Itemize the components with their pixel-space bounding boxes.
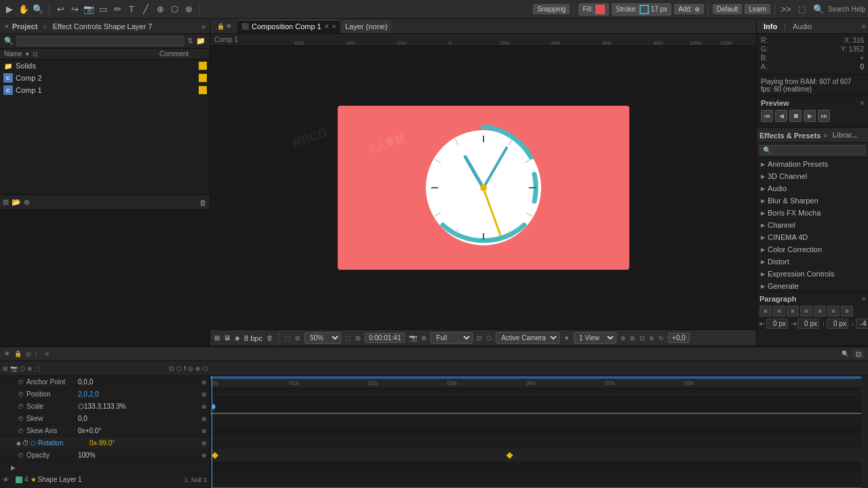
delete-icon[interactable]: 🗑 — [199, 199, 207, 207]
tl-effect-icon[interactable]: f — [184, 365, 186, 372]
position-link-icon[interactable]: ⊕ — [201, 391, 207, 398]
camera-select[interactable]: Active Camera — [496, 332, 559, 344]
close-project-icon[interactable]: ✕ — [4, 23, 9, 30]
stroke-color-box[interactable] — [639, 5, 649, 14]
bit-depth-label[interactable]: 8 bpc — [244, 334, 262, 342]
region-icon[interactable]: ⬚ — [285, 335, 291, 342]
transparency-icon[interactable]: ⊞ — [295, 335, 300, 342]
rect-tool[interactable]: ▭ — [96, 3, 110, 16]
effects-item[interactable]: ▶Expression Controls — [757, 268, 868, 280]
project-item-comp2[interactable]: C Comp 2 — [0, 72, 210, 84]
justify-all-button[interactable]: ≡ — [841, 306, 853, 317]
zoom-tool[interactable]: 🔍 — [31, 3, 45, 16]
render-icon[interactable]: 🖥 — [224, 334, 231, 342]
text-tool[interactable]: T — [125, 3, 138, 16]
tab-close-icon[interactable]: ✕ — [324, 23, 330, 30]
effects-item[interactable]: ▶Distort — [757, 256, 868, 268]
tl-search-icon[interactable]: 🔍 — [842, 350, 849, 357]
redo-tool[interactable]: ↪ — [68, 3, 81, 16]
view-icon[interactable]: 👁 — [226, 23, 232, 30]
add-control[interactable]: Add: ⊕ — [674, 4, 704, 14]
view-more-icon[interactable]: ⊕ — [620, 335, 626, 342]
tab-info[interactable]: Info — [760, 22, 781, 31]
paragraph-menu-icon[interactable]: ≡ — [862, 296, 865, 302]
tl-null-icon[interactable]: ⊕ — [27, 365, 33, 372]
project-item-solids[interactable]: 📁 Solids — [0, 60, 210, 72]
info-menu-icon[interactable]: ≡ — [862, 23, 865, 30]
tl-solo-icon[interactable]: ◎ — [26, 350, 31, 357]
prev-end-button[interactable]: ⏭ — [818, 110, 830, 122]
preview-menu-icon[interactable]: ≡ — [861, 100, 864, 106]
tl-lock-icon[interactable]: 🔒 — [14, 350, 22, 357]
align-right-button[interactable]: ≡ — [787, 306, 799, 317]
stroke-control[interactable]: Stroke: 17 px — [612, 3, 671, 16]
pen-tool[interactable]: ✏ — [111, 3, 124, 16]
indent-right-input[interactable] — [797, 319, 819, 329]
ruler-icon[interactable]: ⬚ — [345, 335, 351, 342]
tl-frame-blend-icon[interactable]: ⊕ — [195, 365, 201, 372]
tl-mode-icon[interactable]: ⊡ — [169, 365, 174, 372]
opacity-link-icon[interactable]: ⊕ — [201, 452, 207, 459]
effects-item[interactable]: ▶3D Channel — [757, 170, 868, 182]
render-queue-icon[interactable]: ⊡ — [639, 335, 645, 342]
paint-tool[interactable]: ⬡ — [167, 3, 181, 16]
ep-menu-icon[interactable]: ≡ — [824, 132, 827, 139]
prev-stop-button[interactable]: ⏹ — [789, 110, 802, 122]
expand-icon[interactable]: ⬚ — [795, 3, 809, 16]
view-select[interactable]: 1 View2 Views4 Views — [574, 332, 616, 344]
scale-link-icon[interactable]: ⊕ — [201, 403, 207, 410]
keyframe-left-icon[interactable]: ◆ — [16, 440, 21, 447]
zoom-select[interactable]: 50%100%25% — [304, 332, 341, 344]
clone-tool[interactable]: ⊗ — [182, 3, 195, 16]
sort-icon[interactable]: ⇅ — [187, 37, 193, 45]
effects-item[interactable]: ▶Channel — [757, 219, 868, 231]
effects-item[interactable]: ▶CINEMA 4D — [757, 231, 868, 243]
selection-tool[interactable]: ▶ — [3, 3, 16, 16]
grid-icon[interactable]: ⊞ — [355, 335, 361, 342]
work-area-bar[interactable] — [210, 376, 868, 379]
skew-link-icon[interactable]: ⊕ — [201, 415, 207, 422]
search-icon[interactable]: 🔍 — [812, 3, 825, 16]
rotation-keyframe-start[interactable] — [212, 452, 218, 459]
effects-item[interactable]: ▶Animation Presets — [757, 158, 868, 170]
justify-left-button[interactable]: ≡ — [800, 306, 812, 317]
space-after-input[interactable] — [856, 319, 868, 329]
folder-icon[interactable]: 📁 — [196, 37, 205, 45]
stereo-icon[interactable]: ⊡ — [477, 335, 482, 342]
tl-motion-blur-icon[interactable]: ◎ — [188, 365, 193, 372]
hand-tool[interactable]: ✋ — [17, 3, 31, 16]
layer-vis-icon[interactable]: 👁 — [3, 476, 9, 483]
justify-right-button[interactable]: ≡ — [827, 306, 840, 317]
tab-menu-icon[interactable]: ≡ — [332, 23, 336, 30]
new-folder-icon[interactable]: 📂 — [12, 198, 21, 207]
justify-center-button[interactable]: ≡ — [814, 306, 826, 317]
rotation-link-icon[interactable]: ⊕ — [201, 440, 207, 447]
effects-item[interactable]: ▶Generate — [757, 280, 868, 291]
tl-adj-icon[interactable]: ⬚ — [35, 365, 41, 372]
overflow-icon[interactable]: >> — [779, 3, 793, 16]
comp-viewport[interactable]: RRCG RRCG 人人素材 人人素材 — [210, 46, 756, 329]
lock-icon[interactable]: 🔒 — [217, 23, 224, 30]
tl-menu-icon[interactable]: ≡ — [45, 350, 49, 357]
flowchart-icon[interactable]: ◈ — [235, 334, 240, 342]
library-tab[interactable]: Librar... — [833, 131, 857, 139]
tl-3d-icon[interactable]: ⬡ — [203, 365, 208, 372]
puppet-tool[interactable]: ⊕ — [153, 3, 167, 16]
tab-audio[interactable]: Audio — [789, 22, 816, 31]
camera-tool[interactable]: 📷 — [82, 3, 96, 16]
indent-left-input[interactable] — [766, 319, 788, 329]
default-button[interactable]: Default — [713, 4, 743, 14]
skewaxis-link-icon[interactable]: ⊕ — [201, 428, 207, 434]
rotation-keyframe-mid[interactable] — [507, 452, 513, 459]
tl-camera-icon[interactable]: 📷 — [10, 365, 18, 372]
tl-shape-icon[interactable]: ⬡ — [20, 365, 25, 372]
learn-button[interactable]: Learn — [745, 4, 770, 14]
prev-play-button[interactable]: ▶ — [804, 110, 816, 122]
fill-control[interactable]: Fill: — [578, 3, 609, 16]
rotate-icon[interactable]: ↻ — [658, 335, 664, 342]
tl-new-solid-icon[interactable]: ⊞ — [3, 365, 8, 372]
effects-item[interactable]: ▶Color Correction — [757, 243, 868, 256]
project-search-input[interactable] — [16, 36, 184, 46]
prev-first-button[interactable]: ⏮ — [761, 110, 773, 122]
align-center-button[interactable]: ≡ — [773, 306, 785, 317]
